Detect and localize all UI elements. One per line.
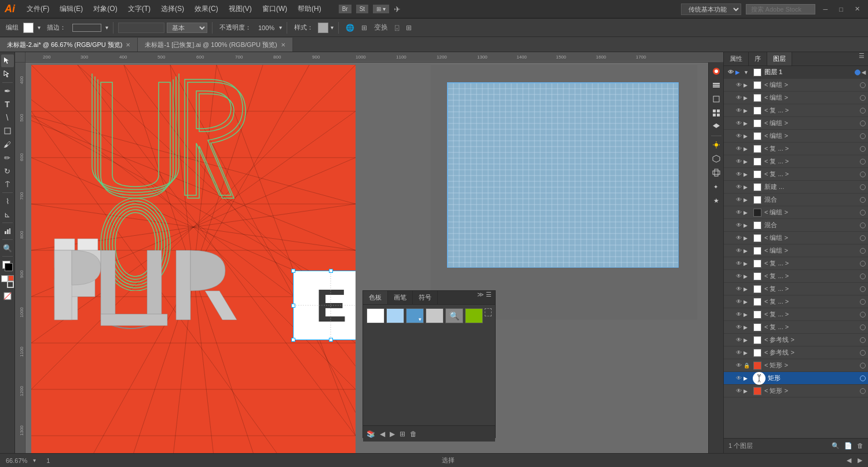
stroke-icon[interactable] (7, 281, 14, 288)
next-artboard[interactable]: ▶ (858, 457, 862, 464)
grid-btn[interactable] (710, 107, 723, 119)
line-tool[interactable]: \ (1, 111, 14, 124)
target[interactable] (860, 210, 866, 216)
expand-icon[interactable]: ▶ (744, 82, 752, 88)
lock-icon[interactable]: 🔒 (744, 363, 752, 369)
tab-2-close[interactable]: ✕ (281, 42, 285, 48)
transform-icon[interactable]: 变换 (372, 23, 390, 32)
list-item[interactable]: 👁 ▶ < 复 ... > (724, 295, 868, 308)
style-arrow[interactable]: ▾ (331, 24, 334, 31)
vis-icon[interactable]: 👁 (734, 388, 744, 394)
star-btn[interactable]: ★ (710, 194, 723, 207)
vis-icon[interactable]: 👁 (734, 375, 744, 381)
menu-window[interactable]: 窗口(W) (258, 2, 292, 16)
align-icon[interactable]: ⌺ (393, 24, 401, 32)
vis-icon[interactable]: 👁 (734, 247, 744, 254)
expand-icon[interactable]: ▶ (744, 299, 752, 305)
list-item[interactable]: 👁 ▶ < 复 ... > (724, 308, 868, 321)
list-item[interactable]: 👁 ▶ 混合 (724, 219, 868, 232)
globe-icon[interactable]: 🌐 (343, 24, 357, 32)
list-item-selected[interactable]: 👁 ▶ 矩形 (724, 372, 868, 385)
menu-help[interactable]: 帮助(H) (293, 2, 326, 16)
target[interactable] (860, 261, 866, 267)
list-item[interactable]: 👁 ▶ 新建 ... (724, 181, 868, 194)
target[interactable] (860, 172, 866, 177)
target[interactable] (860, 197, 866, 203)
mirror-tool[interactable] (1, 178, 14, 191)
expand-icon[interactable]: ▶ (744, 133, 752, 139)
vis-icon[interactable]: 👁 (734, 260, 744, 267)
shape-tool[interactable] (1, 125, 14, 137)
vis-icon[interactable]: 👁 (734, 298, 744, 305)
target[interactable] (860, 273, 866, 279)
text-tool[interactable]: T (1, 98, 14, 111)
expand-icon[interactable]: ▶ (744, 273, 752, 279)
target[interactable] (860, 350, 866, 356)
target[interactable] (860, 324, 866, 330)
vis-icon[interactable]: 👁 (734, 171, 744, 177)
expand-icon[interactable]: ▶ (744, 146, 752, 152)
expand-btn[interactable] (710, 121, 723, 133)
layer-expand-icon[interactable]: ▼ (744, 70, 752, 75)
expand-icon[interactable]: ▶ (744, 108, 752, 114)
expand-icon[interactable]: ▶ (744, 286, 752, 292)
column-graph-tool[interactable] (1, 225, 14, 238)
stroke-selector[interactable] (72, 24, 101, 32)
swatch-gray[interactable] (426, 308, 444, 323)
handle-tc[interactable] (329, 269, 333, 273)
vis-icon[interactable]: 👁 (734, 120, 744, 126)
stock-icon[interactable]: St (356, 5, 368, 13)
menu-view[interactable]: 视图(V) (224, 2, 257, 16)
vis-icon[interactable]: 👁 (734, 94, 744, 101)
warp-tool[interactable]: ⊾ (1, 208, 14, 221)
target[interactable] (860, 337, 866, 343)
order-tab[interactable]: 序 (749, 52, 767, 65)
expand-icon[interactable]: ▶ (744, 312, 752, 318)
target[interactable] (860, 133, 866, 139)
target[interactable] (860, 95, 866, 101)
stroke-arrow[interactable]: ▾ (105, 24, 108, 31)
locate-btn[interactable]: 🔍 (832, 442, 840, 450)
vis-icon[interactable]: 👁 (734, 158, 744, 165)
vis-icon[interactable]: 👁 (734, 311, 744, 318)
symbol-tab[interactable]: 符号 (413, 291, 438, 304)
menu-text[interactable]: 文字(T) (123, 2, 155, 16)
handle-bc[interactable] (329, 338, 333, 342)
stroke-weight[interactable] (118, 23, 164, 33)
list-item[interactable]: 👁 ▶ < 矩形 > (724, 385, 868, 397)
paintbrush-tool[interactable]: 🖌 (1, 138, 14, 151)
expand-icon[interactable]: ▶ (744, 159, 752, 165)
swatch-dropdown[interactable]: ▼ (406, 308, 424, 323)
style-swatch[interactable] (318, 23, 328, 33)
workspace-selector[interactable]: 传统基本功能 (681, 3, 741, 15)
target[interactable] (860, 108, 866, 114)
panel-prev-icon[interactable]: ◀ (380, 430, 385, 438)
selection-tool[interactable] (1, 54, 14, 67)
canvas-area[interactable]: 200 300 400 500 600 700 800 900 1000 110… (15, 52, 723, 453)
width-tool[interactable]: ⌇ (1, 195, 14, 207)
list-item[interactable]: 👁 ▶ < 复 ... > (724, 168, 868, 181)
tab-1[interactable]: 未标题-2.ai* @ 66.67% (RGB/GPU 预览) ✕ (0, 38, 138, 52)
vis-icon[interactable]: 👁 (734, 273, 744, 279)
layers-tab[interactable]: 图层 (767, 52, 792, 65)
brush-tab[interactable]: 画笔 (388, 291, 413, 304)
list-item[interactable]: 👁 ▶ < 编组 > (724, 206, 868, 219)
expand-icon[interactable]: ▶ (744, 95, 752, 101)
color-icon[interactable] (8, 275, 14, 281)
panel-delete-icon[interactable]: 🗑 (410, 430, 417, 438)
expand-icon[interactable]: ▶ (744, 388, 752, 394)
pen-tool[interactable]: ✒ (1, 85, 14, 97)
list-item[interactable]: 👁 ▶ < 编组 > (724, 117, 868, 130)
handle-bl[interactable] (291, 338, 295, 342)
expand-icon[interactable]: ▶ (744, 172, 752, 177)
swatch-tab[interactable]: 色板 (363, 291, 388, 304)
list-item[interactable]: 👁 ▶ < 复 ... > (724, 321, 868, 334)
target[interactable] (860, 312, 866, 318)
panel-options-btn[interactable]: ☰ (855, 52, 868, 65)
vis-icon[interactable]: 👁 (734, 222, 744, 228)
vis-icon[interactable]: 👁 (734, 209, 744, 216)
background-swatch[interactable] (5, 263, 13, 271)
prev-artboard[interactable]: ◀ (847, 457, 851, 464)
target[interactable] (860, 299, 866, 305)
vis-icon[interactable]: 👁 (734, 324, 744, 330)
